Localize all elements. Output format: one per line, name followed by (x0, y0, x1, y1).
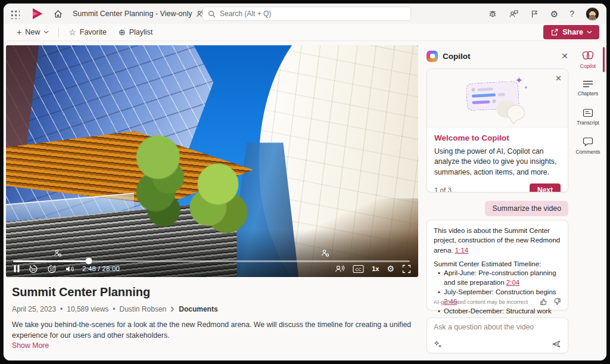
bug-report-icon[interactable] (488, 9, 497, 18)
copilot-logo-icon (427, 51, 438, 62)
next-button[interactable]: Next (530, 183, 561, 192)
tab-comments[interactable]: Comments (572, 136, 604, 155)
new-button[interactable]: + New (11, 24, 55, 41)
title-bar: Summit Center Planning - View-only ⚙ ? (4, 4, 606, 24)
user-avatar[interactable] (586, 7, 599, 21)
fullscreen-button[interactable] (402, 265, 411, 273)
copilot-answer-card: This video is about the Summit Center pr… (427, 220, 568, 310)
show-more-link[interactable]: Show More (12, 341, 49, 350)
video-metadata: April 25, 2023 • 10,589 views • Dustin R… (12, 305, 218, 313)
seek-progress (13, 260, 89, 263)
thumbs-up-icon[interactable] (540, 298, 547, 306)
search-input[interactable] (220, 10, 406, 18)
volume-icon[interactable] (65, 265, 74, 273)
breadcrumb-chevron-icon (170, 306, 175, 312)
chevron-down-icon (43, 30, 49, 34)
video-date: April 25, 2023 (12, 305, 56, 313)
skip-forward-10-button[interactable]: 10 (46, 264, 57, 274)
search-icon (208, 10, 216, 18)
sparkle-icon: ✦ (515, 75, 523, 86)
close-panel-icon[interactable]: ✕ (561, 52, 568, 60)
chevron-down-icon (587, 30, 592, 34)
skip-back-10-button[interactable]: 10 (28, 264, 39, 274)
view-count: 10,589 views (67, 305, 108, 313)
playlist-button[interactable]: ⊕ Playlist (113, 24, 158, 41)
main-content: 10 10 2:48 / 28:00 CC 1x ⚙ (4, 41, 606, 360)
timestamp-link[interactable]: 2:04 (506, 279, 519, 286)
share-icon (550, 28, 559, 36)
transcript-icon (582, 108, 594, 118)
flag-icon[interactable] (530, 10, 539, 18)
share-button[interactable]: Share (543, 25, 599, 39)
circle-plus-icon: ⊕ (119, 28, 126, 36)
player-settings-icon[interactable]: ⚙ (387, 265, 394, 273)
people-marker-icon[interactable] (54, 249, 63, 257)
svg-text:10: 10 (49, 267, 54, 272)
home-icon[interactable] (53, 9, 63, 19)
plus-icon: + (17, 28, 21, 36)
search-box[interactable] (203, 7, 411, 21)
welcome-title: Welcome to Copilot (434, 133, 561, 142)
video-title: Summit Center Planning (12, 285, 150, 299)
copilot-panel-title: Copilot (443, 52, 471, 61)
player-controls: 10 10 2:48 / 28:00 CC 1x ⚙ (13, 263, 411, 275)
svg-text:10: 10 (31, 267, 36, 272)
feedback-icon[interactable] (509, 9, 519, 18)
copilot-panel: Copilot ✕ ✕ ✦ ✦ Welcome to (423, 41, 572, 360)
title-bar-actions: ⚙ ? (488, 7, 606, 21)
playback-speed-button[interactable]: 1x (372, 265, 379, 272)
carousel-pager: 1 of 3 (434, 186, 452, 192)
welcome-body-text: Using the power of AI, Copilot can analy… (434, 147, 561, 178)
command-bar: + New ☆ Favorite ⊕ Playlist Share (4, 24, 606, 41)
video-description: We take you behind-the-scenes for a look… (12, 320, 417, 341)
video-player[interactable]: 10 10 2:48 / 28:00 CC 1x ⚙ (6, 45, 418, 277)
audio-description-icon[interactable] (334, 264, 345, 273)
comments-icon (582, 136, 594, 147)
favorite-button[interactable]: ☆ Favorite (63, 24, 113, 41)
ai-disclaimer: AI-generated content may be incorrect (434, 299, 528, 305)
user-prompt-chip[interactable]: Summarize the video (485, 201, 568, 216)
app-window: Summit Center Planning - View-only ⚙ ? (4, 4, 606, 360)
close-card-icon[interactable]: ✕ (555, 74, 562, 83)
copilot-tab-icon (581, 49, 595, 61)
people-marker-icon[interactable] (321, 249, 330, 257)
breadcrumb-documents[interactable]: Documents (179, 305, 217, 313)
settings-gear-icon[interactable]: ⚙ (550, 10, 558, 18)
tab-transcript[interactable]: Transcript (572, 108, 604, 126)
copilot-panel-header: Copilot ✕ (427, 49, 568, 63)
copilot-welcome-card: ✕ ✦ ✦ Welcome to Copilot Using the power… (427, 69, 568, 192)
thumbs-down-icon[interactable] (553, 298, 561, 306)
help-icon[interactable]: ? (569, 9, 574, 18)
tab-chapters[interactable]: Chapters (572, 79, 604, 97)
time-display: 2:48 / 28:00 (82, 265, 120, 272)
tab-copilot[interactable]: Copilot (572, 49, 604, 69)
copilot-input-card[interactable] (427, 318, 568, 353)
stream-logo-icon[interactable] (33, 8, 42, 19)
svg-text:CC: CC (356, 267, 362, 271)
video-author[interactable]: Dustin Robsen (120, 305, 167, 313)
video-frame (6, 45, 418, 277)
document-title: Summit Center Planning - View-only (73, 10, 192, 18)
send-icon[interactable] (552, 340, 561, 349)
app-launcher-icon[interactable] (10, 9, 20, 19)
answer-intro: This video is about the Summit Center pr… (434, 227, 560, 254)
timeline-heading: Summit Center Estimated Timeline: (434, 260, 561, 267)
copilot-illustration: ✕ ✦ ✦ (427, 69, 568, 127)
side-rail: Copilot Chapters Transcript Comments (572, 41, 606, 360)
sparkle-icon: ✦ (524, 85, 528, 91)
closed-captions-button[interactable]: CC (353, 265, 364, 273)
ai-sparkle-icon (434, 340, 442, 349)
pause-button[interactable] (13, 265, 20, 273)
toolbar-divider (58, 27, 59, 37)
chapters-icon (582, 79, 594, 89)
seek-bar[interactable] (13, 260, 410, 263)
star-icon: ☆ (69, 28, 76, 36)
timestamp-link[interactable]: 1:14 (455, 247, 468, 254)
timeline-item: April-June: Pre-construction planning an… (434, 268, 561, 287)
copilot-question-input[interactable] (434, 323, 561, 336)
